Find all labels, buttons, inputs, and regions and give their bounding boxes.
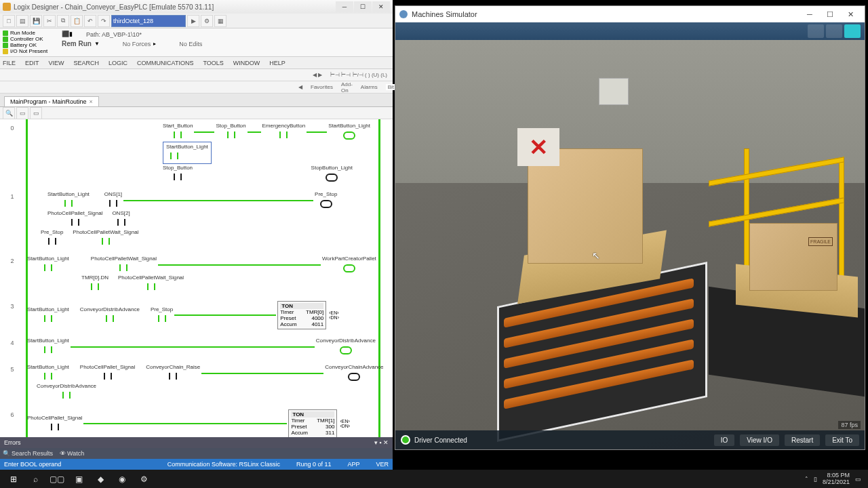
logix-close-button[interactable]: ✕ bbox=[372, 1, 390, 12]
sim-maximize-button[interactable]: ☐ bbox=[820, 7, 840, 22]
tb-open-icon[interactable]: ▤ bbox=[16, 15, 28, 27]
logix-maximize-button[interactable]: ☐ bbox=[354, 1, 372, 12]
tb-copy-icon[interactable]: ⧉ bbox=[57, 15, 69, 27]
taskbar-app-3[interactable]: ◉ bbox=[111, 470, 133, 487]
sim-tb-screen-icon[interactable] bbox=[808, 24, 824, 38]
logix-app-icon bbox=[3, 3, 11, 11]
logix-titlebar[interactable]: Logix Designer - Chain_Conveyor_EasyPLC … bbox=[0, 0, 393, 14]
restart-button[interactable]: Restart bbox=[785, 434, 820, 446]
search-icon[interactable]: ⌕ bbox=[24, 470, 46, 487]
tag-branch-sbl: StartButton_Light bbox=[166, 144, 208, 150]
taskbar-app-4[interactable]: ⚙ bbox=[133, 470, 155, 487]
tag: TMR[0].DN bbox=[81, 274, 108, 281]
view-io-button[interactable]: View I/O bbox=[740, 434, 779, 446]
ton-block-0[interactable]: TON TimerTMR[0] Preset4000 Accum4011 bbox=[277, 301, 326, 329]
tb-save-icon[interactable]: 💾 bbox=[30, 15, 42, 27]
path-label: Path: bbox=[86, 31, 100, 38]
tb-new-icon[interactable]: □ bbox=[3, 15, 15, 27]
lt-b1-icon[interactable]: ▭ bbox=[16, 107, 28, 119]
tray-network-icon[interactable]: ▯ bbox=[814, 476, 817, 483]
lt-b2-icon[interactable]: ▭ bbox=[30, 107, 42, 119]
tag-out-sbl: StartButton_Light bbox=[328, 123, 370, 129]
rung-3[interactable]: 3 StartButton_Light ConveyorDistribAdvan… bbox=[7, 298, 393, 334]
ribbon-favorites[interactable]: Favorites bbox=[311, 84, 333, 90]
menu-view[interactable]: VIEW bbox=[49, 60, 64, 66]
exit-to-button[interactable]: Exit To bbox=[825, 434, 859, 446]
rung-number: 0 bbox=[7, 125, 18, 131]
controller-led bbox=[3, 37, 8, 42]
run-mode-led bbox=[3, 30, 8, 36]
menu-communications[interactable]: COMMUNICATIONS bbox=[137, 60, 193, 66]
windows-taskbar[interactable]: ⊞ ⌕ ▢▢ ▣ ◆ ◉ ⚙ ˄ ▯ 8:05 PM 8/21/2021 ▭ bbox=[0, 470, 868, 488]
menu-edit[interactable]: EDIT bbox=[25, 60, 39, 66]
ton-preset: 4000 bbox=[311, 315, 323, 321]
logix-toolbar: □ ▤ 💾 ✂ ⧉ 📋 ↶ ↷ ▶ ⚙ ▦ bbox=[0, 14, 393, 28]
rung-2[interactable]: 2 StartButton_Light PhotoCellPalletWait_… bbox=[7, 252, 393, 298]
battery-led bbox=[3, 43, 8, 48]
tray-chevron-icon[interactable]: ˄ bbox=[805, 476, 808, 483]
main-routine-tab[interactable]: MainProgram - MainRoutine × bbox=[4, 96, 99, 106]
menu-search[interactable]: SEARCH bbox=[74, 60, 100, 66]
logix-minimize-button[interactable]: ─ bbox=[336, 1, 353, 12]
reject-sign: ✕ bbox=[517, 128, 559, 166]
sim-tb-user-icon[interactable] bbox=[826, 24, 842, 38]
rung-0[interactable]: 0 Start_Button Stop_Button EmergencyButt… bbox=[7, 119, 393, 188]
driver-led-icon bbox=[401, 435, 410, 445]
ton-timer: TMR[1] bbox=[317, 418, 334, 424]
ribbon-addon[interactable]: Add-On bbox=[341, 81, 353, 94]
watch-tab[interactable]: 👁Watch bbox=[60, 450, 84, 457]
ton-block-1[interactable]: TON TimerTMR[1] Preset300 Accum311 bbox=[288, 409, 337, 437]
status-hint: Enter BOOL operand bbox=[4, 461, 61, 468]
sim-close-button[interactable]: ✕ bbox=[840, 7, 861, 22]
task-view-icon[interactable]: ▢▢ bbox=[46, 470, 68, 487]
tab-close-icon[interactable]: × bbox=[90, 98, 93, 105]
rung-number: 5 bbox=[7, 366, 18, 373]
tray-notifications-icon[interactable]: ▭ bbox=[855, 476, 861, 483]
sim-minimize-button[interactable]: ─ bbox=[800, 7, 820, 22]
tag: ONS[2] bbox=[112, 210, 130, 216]
tb-go-icon[interactable]: ▶ bbox=[187, 15, 199, 27]
tag: StartButton_Light bbox=[27, 338, 69, 344]
ribbon-tab-row: ◀ Favorites Add-On Alarms Bit bbox=[0, 81, 393, 94]
search-results-tab[interactable]: 🔍Search Results bbox=[3, 450, 53, 457]
rung-5[interactable]: 5 StartButton_Light PhotoCellPallet_Sign… bbox=[7, 361, 393, 406]
tb-undo-icon[interactable]: ↶ bbox=[84, 15, 96, 27]
rung-4[interactable]: 4 StartButton_Light ConveyorDistribAdvan… bbox=[7, 334, 393, 361]
menu-window[interactable]: WINDOW bbox=[233, 60, 260, 66]
io-button[interactable]: IO bbox=[714, 434, 735, 446]
tray-clock[interactable]: 8:05 PM 8/21/2021 bbox=[823, 472, 850, 486]
logix-status-bar: Enter BOOL operand Communication Softwar… bbox=[0, 459, 393, 470]
lt-zoom-icon[interactable]: 🔍 bbox=[3, 107, 15, 119]
watch-tab-label: Watch bbox=[67, 450, 84, 457]
status-rung: Rung 0 of 11 bbox=[296, 461, 332, 468]
controller-status-panel: Run Mode Controller OK Battery OK I/O No… bbox=[0, 28, 393, 57]
menu-logic[interactable]: LOGIC bbox=[108, 60, 127, 66]
no-forces-label[interactable]: No Forces bbox=[123, 41, 151, 47]
fragile-label: FRAGILE bbox=[808, 237, 833, 246]
ribbon-alarms[interactable]: Alarms bbox=[361, 84, 378, 90]
no-edits-label[interactable]: No Edits bbox=[179, 41, 202, 47]
taskbar-app-2[interactable]: ◆ bbox=[90, 470, 111, 487]
ton-header: TON bbox=[291, 411, 334, 418]
tb-paste-icon[interactable]: 📋 bbox=[71, 15, 83, 27]
tb-redo-icon[interactable]: ↷ bbox=[98, 15, 110, 27]
menu-tools[interactable]: TOOLS bbox=[203, 60, 223, 66]
menu-file[interactable]: FILE bbox=[3, 60, 16, 66]
ladder-view[interactable]: 0 Start_Button Stop_Button EmergencyButt… bbox=[0, 119, 393, 437]
logix-designer-window: Logix Designer - Chain_Conveyor_EasyPLC … bbox=[0, 0, 393, 470]
errors-bar[interactable]: Errors ▾ ▪ ✕ bbox=[0, 437, 393, 448]
path-combo[interactable] bbox=[111, 15, 186, 27]
battery-label: Battery OK bbox=[10, 42, 37, 48]
sim-tb-active-icon[interactable] bbox=[844, 24, 861, 38]
taskbar-app-1[interactable]: ▣ bbox=[68, 470, 90, 487]
sim-3d-scene[interactable]: ✕ FRAGILE ↖ 87 fps Driver Connected IO V… bbox=[395, 40, 865, 449]
start-button[interactable]: ⊞ bbox=[3, 470, 24, 487]
tb-misc2-icon[interactable]: ▦ bbox=[214, 15, 226, 27]
sim-titlebar[interactable]: Machines Simulator ─ ☐ ✕ bbox=[395, 6, 865, 22]
rung-1[interactable]: 1 StartButton_Light ONS[1] Pre_Stop Phot… bbox=[7, 188, 393, 252]
rung-6[interactable]: 6 PhotoCellPallet_Signal TON TimerTMR[1]… bbox=[7, 406, 393, 437]
menu-help[interactable]: HELP bbox=[269, 60, 285, 66]
ton-preset: 300 bbox=[326, 424, 334, 430]
tb-cut-icon[interactable]: ✂ bbox=[43, 15, 56, 27]
tb-misc1-icon[interactable]: ⚙ bbox=[201, 15, 213, 27]
